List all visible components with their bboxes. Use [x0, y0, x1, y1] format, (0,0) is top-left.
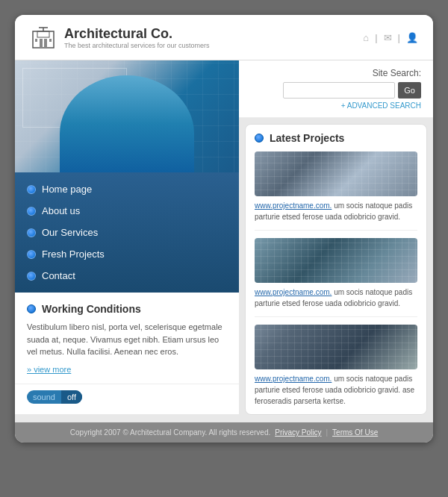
project-item-2: www.projectname.com. um socis natoque pa… [255, 238, 417, 317]
nav-bullet-services [27, 228, 36, 237]
hero-image [15, 60, 239, 172]
project-link-1: www.projectname.com. um socis natoque pa… [255, 200, 417, 222]
navigation: Home page About us Our Services Fresh Pr… [15, 172, 239, 293]
svg-rect-7 [49, 39, 52, 42]
nav-home-label: Home page [42, 184, 92, 195]
svg-rect-1 [37, 31, 49, 37]
nav-bullet-projects [27, 250, 36, 259]
logo-icon [30, 24, 57, 51]
project-link-3: www.projectname.com. um socis natoque pa… [255, 373, 417, 407]
search-button[interactable]: Go [398, 82, 421, 99]
search-label: Site Search: [251, 68, 421, 78]
nav-bullet-home [27, 185, 36, 194]
nav-contact-label: Contact [42, 270, 75, 281]
project-url-3[interactable]: www.projectname.com. [255, 375, 332, 383]
sound-toggle[interactable]: sound off [27, 390, 82, 404]
user-icon[interactable]: 👤 [406, 32, 418, 43]
mail-icon[interactable]: ✉ [384, 32, 392, 43]
right-column: Site Search: Go + ADVANCED SEARCH Latest… [239, 60, 433, 422]
project-url-2[interactable]: www.projectname.com. [255, 288, 332, 296]
project-link-2: www.projectname.com. um socis natoque pa… [255, 287, 417, 309]
sound-bar: sound off [15, 384, 239, 414]
project-image-3 [255, 325, 417, 369]
project-url-1[interactable]: www.projectname.com. [255, 201, 332, 210]
working-conditions-title: Working Conditions [27, 303, 227, 315]
privacy-policy-link[interactable]: Privacy Policy [275, 428, 321, 437]
latest-projects-title: Latest Projects [255, 132, 417, 144]
view-more-link[interactable]: » view more [27, 365, 71, 374]
nav-bullet-about [27, 207, 36, 216]
nav-about[interactable]: About us [15, 200, 239, 222]
left-column: Home page About us Our Services Fresh Pr… [15, 60, 239, 422]
working-conditions: Working Conditions Vestibulum libero nis… [15, 293, 239, 384]
home-icon[interactable]: ⌂ [363, 32, 369, 43]
latest-projects: Latest Projects www.projectname.com. um … [245, 124, 427, 415]
sound-state: off [61, 390, 82, 404]
terms-link[interactable]: Terms Of Use [332, 428, 378, 437]
search-input[interactable] [283, 82, 395, 99]
header: Architectural Co. The best architectural… [15, 15, 433, 60]
nav-home[interactable]: Home page [15, 178, 239, 200]
header-icons: ⌂ | ✉ | 👤 [363, 32, 418, 43]
project-image-1 [255, 151, 417, 196]
main-area: Home page About us Our Services Fresh Pr… [15, 60, 433, 422]
nav-services-label: Our Services [42, 227, 98, 238]
site-subtitle: The best architectural services for our … [64, 42, 210, 49]
search-area: Site Search: Go + ADVANCED SEARCH [239, 60, 433, 118]
svg-rect-5 [44, 39, 47, 48]
project-image-2 [255, 238, 417, 283]
footer-copyright: Copyright 2007 © Architectural Company. … [70, 428, 270, 437]
nav-contact[interactable]: Contact [15, 265, 239, 287]
sound-label: sound [27, 390, 61, 404]
advanced-search-link[interactable]: + ADVANCED SEARCH [251, 101, 421, 110]
footer: Copyright 2007 © Architectural Company. … [15, 422, 433, 443]
svg-rect-4 [40, 39, 43, 48]
nav-about-label: About us [42, 205, 80, 216]
nav-projects[interactable]: Fresh Projects [15, 243, 239, 265]
project-item-1: www.projectname.com. um socis natoque pa… [255, 151, 417, 231]
nav-bullet-contact [27, 272, 36, 281]
search-row: Go [251, 82, 421, 99]
site-title: Architectural Co. [64, 26, 210, 42]
working-conditions-body: Vestibulum libero nisl, porta vel, scele… [27, 321, 227, 358]
logo-text: Architectural Co. The best architectural… [64, 26, 210, 49]
logo-area: Architectural Co. The best architectural… [30, 24, 210, 51]
radio-dot-wc [27, 304, 36, 313]
svg-rect-6 [35, 39, 37, 42]
nav-projects-label: Fresh Projects [42, 248, 105, 260]
nav-services[interactable]: Our Services [15, 222, 239, 243]
project-item-3: www.projectname.com. um socis natoque pa… [255, 325, 417, 407]
radio-dot-lp [255, 134, 264, 143]
